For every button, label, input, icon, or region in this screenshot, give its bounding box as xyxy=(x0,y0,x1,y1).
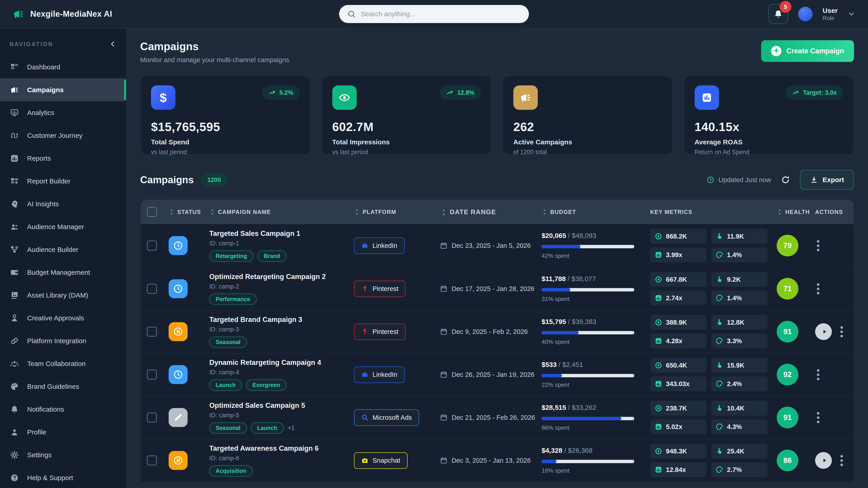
sidebar-item-notifications[interactable]: Notifications xyxy=(0,398,126,421)
export-button[interactable]: Export xyxy=(800,170,854,190)
row-checkbox[interactable] xyxy=(147,284,157,294)
global-search[interactable] xyxy=(339,5,529,23)
sidebar-item-label: Team Collaboration xyxy=(27,360,86,367)
sidebar-item-team-collaboration[interactable]: Team Collaboration xyxy=(0,352,126,375)
sidebar-item-audience-builder[interactable]: Audience Builder xyxy=(0,238,126,261)
metric-value: 11.9K xyxy=(727,233,744,240)
sidebar-item-creative-approvals[interactable]: Creative Approvals xyxy=(0,306,126,329)
row-menu-kebab-icon[interactable] xyxy=(839,324,845,339)
platform-chip-microsoft-ads[interactable]: Microsoft Ads xyxy=(354,410,419,426)
tap-click-icon xyxy=(716,319,723,326)
select-all-checkbox[interactable] xyxy=(147,207,157,217)
status-scheduled-icon xyxy=(168,279,188,298)
clicks-metric: 15.9K xyxy=(711,358,768,373)
budget-total: / $38,077 xyxy=(566,275,596,283)
campaign-id: ID: camp-6 xyxy=(209,455,354,462)
metrics-grid: 238.7K10.4K5.02x4.3% xyxy=(650,401,777,434)
sidebar-item-asset-library-dam[interactable]: Asset Library (DAM) xyxy=(0,284,126,306)
platform-chip-pinterest[interactable]: Pinterest xyxy=(354,324,405,340)
date-range-cell: Dec 17, 2025 - Jan 28, 2026 xyxy=(440,285,541,293)
person-icon xyxy=(10,428,19,437)
create-campaign-button[interactable]: + Create Campaign xyxy=(761,40,854,62)
sidebar-item-campaigns[interactable]: Campaigns xyxy=(0,78,126,101)
play-button[interactable] xyxy=(815,323,832,340)
sidebar-item-platform-integration[interactable]: Platform Integration xyxy=(0,329,126,352)
sidebar-item-analytics[interactable]: Analytics xyxy=(0,101,126,124)
tag-pill[interactable]: Evergreen xyxy=(246,380,286,391)
sidebar-item-help-support[interactable]: Help & Support xyxy=(0,466,126,488)
sidebar-item-budget-management[interactable]: Budget Management xyxy=(0,261,126,284)
notifications-button[interactable]: 5 xyxy=(768,4,788,24)
platform-chip-linkedin[interactable]: LinkedIn xyxy=(354,366,405,383)
sort-icon[interactable] xyxy=(354,208,360,215)
budget-spent: $15,795 xyxy=(541,318,566,325)
campaign-name-cell: Targeted Awareness Campaign 6ID: camp-6A… xyxy=(209,445,354,477)
health-cell: 71 xyxy=(777,278,815,300)
tag-pill[interactable]: Launch xyxy=(209,380,242,391)
column-header-label: DATE RANGE xyxy=(450,208,496,216)
metric-value: 5.02x xyxy=(666,423,682,431)
row-checkbox[interactable] xyxy=(147,369,157,380)
metric-value: 15.9K xyxy=(727,362,744,369)
tag-pill[interactable]: Launch xyxy=(251,422,284,433)
sidebar-item-report-builder[interactable]: Report Builder xyxy=(0,170,126,193)
sidebar-item-customer-journey[interactable]: Customer Journey xyxy=(0,124,126,147)
sidebar-item-brand-guidelines[interactable]: Brand Guidelines xyxy=(0,375,126,398)
trend-up-icon xyxy=(792,89,799,96)
actions-cell xyxy=(815,282,854,296)
tag-pill[interactable]: Acquisition xyxy=(209,465,253,477)
budget-total: / $39,383 xyxy=(566,318,596,325)
row-menu-kebab-icon[interactable] xyxy=(815,238,821,253)
chevron-left-icon[interactable] xyxy=(109,40,117,48)
sort-icon[interactable] xyxy=(440,208,446,215)
row-checkbox[interactable] xyxy=(147,327,157,337)
sort-icon[interactable] xyxy=(541,208,548,215)
sidebar-item-audience-manager[interactable]: Audience Manager xyxy=(0,215,126,238)
help-icon xyxy=(10,473,19,482)
row-menu-kebab-icon[interactable] xyxy=(815,367,821,382)
metric-value: 1.4% xyxy=(727,294,742,302)
campaign-name-cell: Optimized Retargeting Campaign 2ID: camp… xyxy=(209,273,354,305)
column-header-label: PLATFORM xyxy=(363,209,396,215)
tag-pill[interactable]: Seasonal xyxy=(209,422,247,433)
sidebar-item-label: Help & Support xyxy=(27,474,73,482)
actions-cell xyxy=(815,323,854,340)
sidebar-item-dashboard[interactable]: Dashboard xyxy=(0,56,126,78)
chevron-down-icon[interactable] xyxy=(848,10,855,18)
platform-chip-snapchat[interactable]: Snapchat xyxy=(354,452,408,469)
row-checkbox[interactable] xyxy=(147,240,157,251)
top-bar: Nexgile-MediaNex AI 5 User Role xyxy=(0,0,868,29)
tag-pill[interactable]: Brand xyxy=(257,251,286,262)
tag-pill[interactable]: Retargeting xyxy=(209,251,253,262)
tag-pill[interactable]: Seasonal xyxy=(209,337,247,348)
metric-value: 667.8K xyxy=(666,276,687,283)
metric-value: 2.74x xyxy=(666,294,682,302)
key-metrics-cell: 388.9K12.8K4.28x3.3% xyxy=(650,315,777,348)
sort-icon[interactable] xyxy=(777,208,782,215)
row-menu-kebab-icon[interactable] xyxy=(815,282,821,296)
platform-chip-pinterest[interactable]: Pinterest xyxy=(354,281,405,297)
platform-chip-linkedin[interactable]: LinkedIn xyxy=(354,237,405,254)
row-menu-kebab-icon[interactable] xyxy=(839,453,845,468)
row-checkbox[interactable] xyxy=(147,413,157,422)
stat-value: 602.7M xyxy=(332,120,481,134)
tag-pill[interactable]: Performance xyxy=(209,294,256,305)
platform-cell: LinkedIn xyxy=(354,366,440,383)
date-range-cell: Dec 9, 2025 - Feb 2, 2026 xyxy=(440,328,541,335)
refresh-icon[interactable] xyxy=(780,175,790,185)
sidebar-item-ai-insights[interactable]: AI Insights xyxy=(0,193,126,215)
sidebar-item-profile[interactable]: Profile xyxy=(0,421,126,444)
sort-icon[interactable] xyxy=(168,208,175,215)
sort-icon[interactable] xyxy=(209,208,215,215)
search-input[interactable] xyxy=(361,10,521,18)
row-menu-kebab-icon[interactable] xyxy=(815,410,821,425)
sidebar-item-settings[interactable]: Settings xyxy=(0,444,126,466)
user-info[interactable]: User Role xyxy=(823,6,838,22)
sidebar-item-label: Audience Manager xyxy=(27,223,84,231)
campaign-name-cell: Targeted Sales Campaign 1ID: camp-1Retar… xyxy=(209,230,354,262)
actions-cell xyxy=(815,452,854,469)
play-button[interactable] xyxy=(815,452,832,469)
row-checkbox[interactable] xyxy=(147,455,157,465)
avatar[interactable] xyxy=(798,7,813,21)
sidebar-item-reports[interactable]: Reports xyxy=(0,147,126,170)
